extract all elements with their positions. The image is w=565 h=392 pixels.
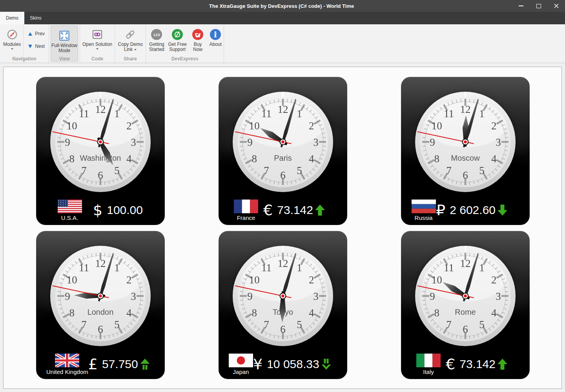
svg-text:11: 11 [444,108,454,120]
city-card-rome: 123456789101112 Rome Italy [401,231,530,379]
flag-france-icon [234,200,258,213]
trend-strong-down-icon [321,358,332,370]
ribbon-group-navigation: Modules Prev Next Navigation [0,24,49,63]
analog-clock: 123456789101112 Moscow [414,91,516,193]
about-button[interactable]: About [208,24,224,58]
link-icon [124,29,136,40]
svg-text:6: 6 [463,323,468,335]
svg-text:11: 11 [79,262,89,274]
svg-text:Moscow: Moscow [451,154,480,162]
svg-text:1: 1 [479,262,485,274]
app-window: The XtraGauge Suite by DevExpress (C# co… [0,0,565,392]
svg-text:5: 5 [114,319,120,330]
open-solution-button[interactable]: Open Solution [82,24,113,58]
dropdown-caret-icon [11,48,13,50]
trend-down-icon [497,204,508,216]
svg-text:4: 4 [309,153,314,165]
currency-block: $ 100.00 [93,203,157,218]
full-window-mode-button[interactable]: Full-Window Mode [51,25,78,62]
svg-text:1: 1 [297,108,302,120]
country-label: France [237,214,255,221]
svg-text:9: 9 [430,136,435,148]
ribbon-group-view: Full-Window Mode View [49,24,80,63]
tab-skins[interactable]: Skins [24,12,47,24]
svg-text:8: 8 [434,153,440,165]
info-icon [210,29,221,40]
svg-text:4: 4 [491,153,497,165]
svg-text:12: 12 [460,258,471,269]
modules-button[interactable]: Modules [1,24,23,58]
trend-up-icon [315,204,325,216]
analog-clock: 123456789101112 Washington [49,91,151,193]
country-label: Japan [233,368,249,375]
country-label: Italy [423,368,434,375]
currency-value: 100.00 [107,203,143,217]
currency-symbol: € [263,203,273,218]
svg-text:5: 5 [297,165,302,176]
country-block: Japan [229,354,253,375]
trend-strong-up-icon [140,358,150,370]
flag-japan-icon [229,354,253,367]
buy-now-button[interactable]: Buy Now [188,24,208,58]
svg-text:10: 10 [67,274,77,286]
country-label: United Kingdom [46,368,88,375]
svg-text:3: 3 [496,290,501,302]
currency-value: 57.750 [102,358,138,371]
svg-text:12: 12 [278,258,288,269]
svg-text:7: 7 [264,165,269,176]
get-free-support-button[interactable]: Get Free Support [167,24,188,58]
close-button[interactable] [547,0,565,12]
copy-demo-link-button[interactable]: Copy Demo Link [116,24,144,58]
shopping-basket-icon [192,29,203,40]
getting-started-icon: 123 [151,29,162,40]
currency-symbol: £ [88,357,98,372]
country-block: Italy [411,354,446,375]
ribbon-group-code: Open Solution Code [80,24,115,63]
maximize-button[interactable] [530,0,547,12]
svg-text:1: 1 [479,108,485,120]
svg-text:9: 9 [430,290,435,302]
currency-value: 73.142 [459,358,496,371]
prev-button[interactable]: Prev [27,29,46,38]
svg-text:4: 4 [126,307,132,319]
svg-text:10: 10 [432,274,442,286]
currency-value: 10 058.33 [267,358,319,371]
prev-next-buttons: Prev Next [23,24,49,62]
next-button[interactable]: Next [27,42,46,51]
svg-text:11: 11 [79,108,89,120]
currency-value: 2 602.60 [450,203,496,217]
svg-text:8: 8 [252,307,257,319]
tab-demo[interactable]: Demo [0,12,24,24]
getting-started-button[interactable]: 123 Getting Started [147,24,167,58]
currency-symbol: ¥ [253,357,262,372]
currency-symbol: € [446,357,455,372]
flag-italy-icon [416,354,441,367]
flag-uk-icon [55,354,79,367]
country-block: U.S.A. [46,200,93,221]
svg-text:6: 6 [280,323,286,335]
svg-text:7: 7 [81,319,87,330]
svg-text:8: 8 [69,153,75,165]
svg-text:Paris: Paris [274,154,292,162]
analog-clock: 123456789101112 London [49,245,151,347]
svg-text:2: 2 [309,120,314,132]
currency-block: £ 57.750 [88,357,164,372]
currency-symbol: $ [93,203,102,218]
svg-text:10: 10 [432,120,442,132]
svg-text:7: 7 [446,165,452,176]
svg-text:6: 6 [280,169,286,181]
svg-text:5: 5 [479,165,485,176]
minimize-button[interactable] [512,0,530,12]
ribbon-group-devexpress: 123 Getting Started Get Free Support [146,24,224,63]
svg-text:8: 8 [434,307,440,319]
visual-studio-icon [91,29,103,40]
flag-usa-icon [58,200,82,213]
analog-clock: 123456789101112 Paris [232,91,334,193]
svg-text:3: 3 [496,136,501,148]
prev-icon [28,32,32,36]
analog-clock: 123456789101112 Tokyo [232,245,334,347]
svg-text:Washington: Washington [80,154,121,162]
svg-text:3: 3 [313,290,319,302]
flag-russia-icon [412,200,436,213]
country-block: France [229,200,263,221]
